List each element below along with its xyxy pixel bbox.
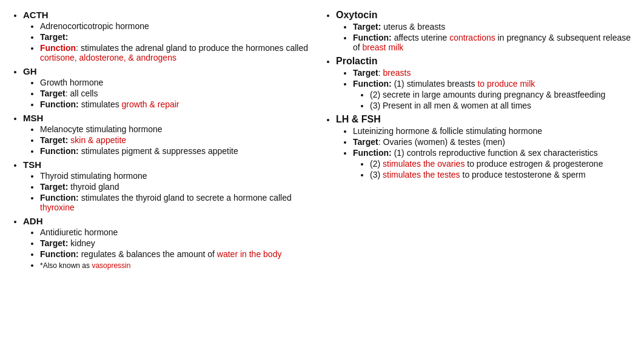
item-label: Function: bbox=[353, 33, 392, 42]
item-red-text: skin & appetite bbox=[70, 135, 126, 145]
left-section: MSHMelanocyte stimulating hormoneTarget:… bbox=[23, 113, 319, 156]
right-section: ProlactinTarget: breastsFunction: (1) st… bbox=[336, 56, 632, 110]
sub-sub-item: (2) stimulates the ovaries to produce es… bbox=[370, 159, 632, 169]
item-red-text: thyroxine bbox=[40, 203, 75, 212]
item-label: Function: bbox=[40, 249, 79, 259]
item-label: Function: bbox=[353, 148, 392, 158]
left-column: ACTHAdrenocorticotropic hormoneTarget:Fu… bbox=[12, 10, 325, 273]
section-title: Prolactin bbox=[336, 56, 377, 66]
right-sub-item: Function: (1) controls reproductive func… bbox=[353, 148, 632, 158]
section-title: ADH bbox=[23, 216, 43, 226]
left-sub-item: Function: stimulates the thyroid gland t… bbox=[40, 193, 319, 212]
item-label: Target bbox=[353, 137, 378, 147]
sub-list: Luteinizing hormone & follicle stimulati… bbox=[336, 126, 632, 179]
item-text: uterus & breasts bbox=[381, 22, 445, 32]
item-red-text: to produce milk bbox=[477, 79, 535, 89]
item-label: Target: bbox=[40, 32, 68, 42]
item-label: Target: bbox=[40, 182, 68, 192]
item-red-text: cortisone, aldosterone, & androgens bbox=[40, 53, 176, 62]
item-label: Function: bbox=[353, 79, 392, 89]
left-sub-item: Target: all cells bbox=[40, 89, 319, 98]
item-text: regulates & balances the amount of bbox=[79, 249, 217, 259]
sub-sub-list: (2) stimulates the ovaries to produce es… bbox=[353, 159, 632, 179]
section-title: ACTH bbox=[23, 10, 49, 20]
item-label: Target: bbox=[353, 22, 381, 32]
left-main-list: ACTHAdrenocorticotropic hormoneTarget:Fu… bbox=[12, 10, 319, 270]
sub-note-red: vasopressin bbox=[92, 261, 130, 270]
item-label: Target bbox=[353, 68, 378, 78]
right-sub-item: Function: affects uterine contractions i… bbox=[353, 33, 632, 52]
left-sub-item: Adrenocorticotropic hormone bbox=[40, 21, 319, 31]
sub-list: Growth hormoneTarget: all cellsFunction:… bbox=[23, 78, 319, 109]
right-main-list: OxytocinTarget: uterus & breastsFunction… bbox=[325, 10, 632, 179]
right-sub-item: Luteinizing hormone & follicle stimulati… bbox=[353, 126, 632, 136]
left-section: ADHAntidiuretic hormoneTarget: kidneyFun… bbox=[23, 216, 319, 270]
item-text: all cells bbox=[68, 89, 98, 98]
item-text: Ovaries (women) & testes (men) bbox=[381, 137, 505, 147]
section-title: GH bbox=[23, 66, 37, 76]
left-sub-item: Function: stimulates growth & repair bbox=[40, 99, 319, 109]
left-section: GHGrowth hormoneTarget: all cellsFunctio… bbox=[23, 66, 319, 109]
item-text: stimulates pigment & suppresses appetite bbox=[79, 146, 238, 156]
item-label: Target: bbox=[40, 135, 68, 145]
item-label: Function: bbox=[40, 146, 79, 156]
sub-list: Target: uterus & breastsFunction: affect… bbox=[336, 22, 632, 52]
right-sub-item: Target: uterus & breasts bbox=[353, 22, 632, 32]
right-section: LH & FSHLuteinizing hormone & follicle s… bbox=[336, 114, 632, 179]
sub-sub-item: (3) stimulates the testes to produce tes… bbox=[370, 170, 632, 179]
sub-sub-item: (2) secrete in large amounts during preg… bbox=[370, 90, 632, 99]
inline-red: contractions bbox=[449, 33, 495, 42]
left-sub-item: Function: regulates & balances the amoun… bbox=[40, 249, 319, 259]
item-text: stimulates the thyroid gland to secrete … bbox=[79, 193, 292, 203]
item-red-text: growth & repair bbox=[122, 99, 179, 109]
left-sub-item: Target: bbox=[40, 32, 319, 42]
sub-list: Target: breastsFunction: (1) stimulates … bbox=[336, 68, 632, 110]
item-text: (1) stimulates breasts bbox=[392, 79, 478, 89]
item-red-text: breasts bbox=[383, 68, 411, 78]
item-label: Function: bbox=[40, 193, 79, 203]
main-content: ACTHAdrenocorticotropic hormoneTarget:Fu… bbox=[12, 10, 632, 273]
right-column: OxytocinTarget: uterus & breastsFunction… bbox=[325, 10, 632, 273]
left-section: TSHThyroid stimulating hormoneTarget: th… bbox=[23, 159, 319, 212]
sub-sub-list: (2) secrete in large amounts during preg… bbox=[353, 90, 632, 110]
right-sub-item: Target: breasts bbox=[353, 68, 632, 78]
right-sub-item: Target: Ovaries (women) & testes (men) bbox=[353, 137, 632, 147]
left-sub-item: Function: stimulates the adrenal gland t… bbox=[40, 43, 319, 62]
item-text: thyroid gland bbox=[68, 182, 119, 192]
sub-sub-item: (3) Present in all men & women at all ti… bbox=[370, 101, 632, 110]
item-text: stimulates the adrenal gland to produce … bbox=[78, 43, 308, 53]
left-sub-item: Melanocyte stimulating hormone bbox=[40, 124, 319, 134]
section-title: Oxytocin bbox=[336, 10, 377, 20]
item-text: (1) controls reproductive function & sex… bbox=[392, 148, 598, 158]
left-sub-item: Antidiuretic hormone bbox=[40, 227, 319, 237]
sub-note: *Also known as vasopressin bbox=[40, 261, 130, 270]
left-sub-item: Thyroid stimulating hormone bbox=[40, 171, 319, 181]
sub-list: Thyroid stimulating hormoneTarget: thyro… bbox=[23, 171, 319, 212]
section-title: MSH bbox=[23, 113, 43, 123]
item-text: stimulates bbox=[79, 99, 122, 109]
sub-list: Adrenocorticotropic hormoneTarget:Functi… bbox=[23, 21, 319, 62]
sub-list: Antidiuretic hormoneTarget: kidneyFuncti… bbox=[23, 227, 319, 270]
item-text: affects uterine bbox=[392, 33, 449, 42]
section-title: TSH bbox=[23, 159, 41, 170]
item-label: Target: bbox=[40, 238, 68, 248]
left-sub-item: Growth hormone bbox=[40, 78, 319, 87]
item-label: Function bbox=[40, 43, 76, 53]
item-text: kidney bbox=[68, 238, 95, 248]
right-section: OxytocinTarget: uterus & breastsFunction… bbox=[336, 10, 632, 52]
item-red-text: water in the body bbox=[217, 249, 282, 259]
right-sub-item: Function: (1) stimulates breasts to prod… bbox=[353, 79, 632, 89]
section-title: LH & FSH bbox=[336, 114, 381, 124]
left-sub-item: Function: stimulates pigment & suppresse… bbox=[40, 146, 319, 156]
left-sub-item: *Also known as vasopressin bbox=[40, 260, 319, 270]
left-sub-item: Target: thyroid gland bbox=[40, 182, 319, 192]
left-section: ACTHAdrenocorticotropic hormoneTarget:Fu… bbox=[23, 10, 319, 62]
left-sub-item: Target: kidney bbox=[40, 238, 319, 248]
item-label: Function: bbox=[40, 99, 79, 109]
item-label: Target bbox=[40, 89, 65, 98]
left-sub-item: Target: skin & appetite bbox=[40, 135, 319, 145]
sub-list: Melanocyte stimulating hormoneTarget: sk… bbox=[23, 124, 319, 156]
